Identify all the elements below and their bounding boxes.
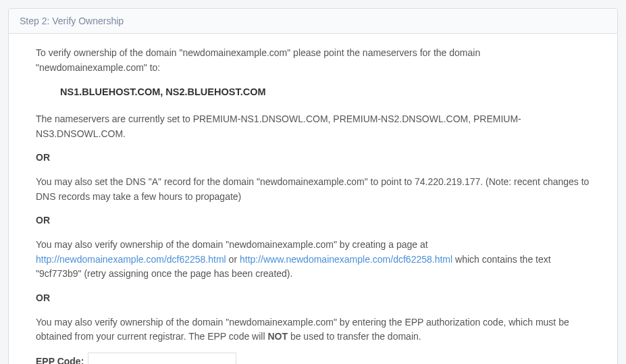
- a-record-instruction: You may also set the DNS "A" record for …: [36, 175, 590, 204]
- verify-link-1[interactable]: http://newdomainexample.com/dcf62258.htm…: [36, 254, 226, 265]
- panel-body: To verify ownership of the domain "newdo…: [9, 34, 617, 364]
- or-separator-2: OR: [36, 213, 590, 228]
- panel-header: Step 2: Verify Ownership: [9, 9, 617, 34]
- verify-page-pre: You may also verify ownership of the dom…: [36, 239, 428, 250]
- nameservers-required: NS1.BLUEHOST.COM, NS2.BLUEHOST.COM: [60, 84, 590, 99]
- epp-instruction: You may also verify ownership of the dom…: [36, 315, 590, 344]
- epp-text-post: be used to transfer the domain.: [288, 331, 421, 342]
- verify-ownership-panel: Step 2: Verify Ownership To verify owner…: [8, 8, 618, 364]
- verify-link-2[interactable]: http://www.newdomainexample.com/dcf62258…: [240, 254, 452, 265]
- verify-page-mid: or: [226, 254, 240, 265]
- panel-title: Step 2: Verify Ownership: [20, 16, 124, 26]
- or-separator-3: OR: [36, 291, 590, 306]
- epp-code-row: EPP Code:: [36, 353, 590, 364]
- or-separator-1: OR: [36, 151, 590, 165]
- epp-code-input[interactable]: [88, 353, 236, 364]
- current-nameservers: The nameservers are currently set to PRE…: [36, 112, 590, 141]
- intro-text: To verify ownership of the domain "newdo…: [36, 46, 590, 75]
- verify-page-instruction: You may also verify ownership of the dom…: [36, 238, 590, 282]
- epp-not: NOT: [267, 331, 288, 342]
- epp-code-label: EPP Code:: [36, 355, 84, 364]
